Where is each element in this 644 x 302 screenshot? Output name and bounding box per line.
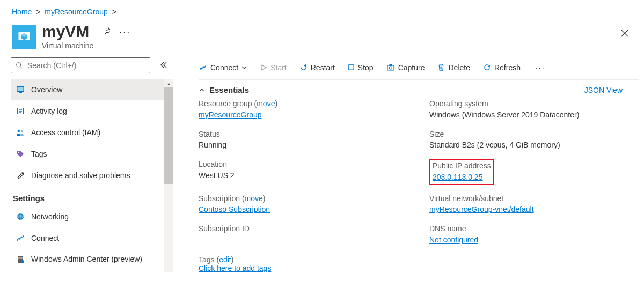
- sidebar-section-settings: Settings: [11, 186, 172, 206]
- tags-label: Tags: [199, 255, 215, 264]
- search-input[interactable]: [23, 58, 150, 73]
- collapse-sidebar-button[interactable]: [159, 61, 167, 71]
- rg-move-link[interactable]: move: [257, 99, 275, 108]
- people-icon: [16, 128, 25, 137]
- svg-point-9: [18, 152, 19, 153]
- sidebar-item-connect[interactable]: Connect: [11, 227, 172, 249]
- field-status: Status Running: [199, 129, 419, 151]
- subid-label: Subscription ID: [199, 224, 419, 234]
- stop-label: Stop: [358, 63, 374, 72]
- dns-value-link[interactable]: Not configured: [429, 235, 478, 244]
- globe-icon: [16, 212, 25, 221]
- status-label: Status: [199, 129, 419, 140]
- rg-label: Resource group: [199, 99, 252, 108]
- capture-label: Capture: [398, 63, 425, 72]
- svg-point-7: [18, 130, 20, 132]
- field-public-ip: Public IP address 203.0.113.0.25: [429, 159, 639, 185]
- capture-button[interactable]: Capture: [386, 63, 425, 72]
- field-subscription: Subscription (move) Contoso Subscription: [199, 194, 419, 216]
- tags-add-link[interactable]: Click here to add tags: [199, 264, 271, 272]
- stop-icon: [348, 64, 355, 71]
- field-tags: Tags (edit) Click here to add tags: [199, 255, 639, 272]
- sidebar-item-access-control[interactable]: Access control (IAM): [11, 122, 172, 143]
- sub-label: Subscription: [199, 194, 240, 203]
- ip-label: Public IP address: [433, 161, 491, 172]
- os-label: Operating system: [429, 99, 639, 109]
- vnet-label: Virtual network/subnet: [429, 194, 639, 204]
- svg-rect-13: [18, 257, 23, 259]
- monitor-icon: [16, 85, 25, 94]
- sidebar-item-wac[interactable]: Windows Admin Center (preview): [11, 249, 172, 270]
- refresh-icon: [483, 63, 491, 71]
- close-button[interactable]: [617, 26, 632, 43]
- sidebar-item-activity-log[interactable]: Activity log: [11, 100, 172, 122]
- sidebar-item-label: Activity log: [31, 107, 67, 115]
- field-location: Location West US 2: [199, 159, 419, 185]
- field-vnet: Virtual network/subnet myResourceGroup-v…: [429, 194, 639, 216]
- toolbar-more-button[interactable]: ···: [533, 63, 547, 72]
- rg-value-link[interactable]: myResourceGroup: [199, 111, 262, 119]
- sidebar-item-overview[interactable]: Overview: [11, 79, 172, 100]
- connect-icon: [16, 234, 25, 242]
- sidebar-scrollbar[interactable]: ▴: [164, 79, 173, 272]
- location-label: Location: [199, 159, 419, 170]
- wrench-icon: [16, 171, 25, 180]
- restart-label: Restart: [311, 63, 335, 72]
- refresh-label: Refresh: [494, 63, 521, 72]
- search-input-wrap[interactable]: [11, 57, 150, 73]
- status-value: Running: [199, 139, 419, 151]
- command-bar: Connect Start Restart Stop Capture D: [199, 57, 639, 80]
- sidebar-item-label: Tags: [31, 150, 47, 158]
- breadcrumb-group[interactable]: myResourceGroup: [45, 8, 108, 16]
- server-icon: [16, 255, 25, 264]
- svg-point-8: [21, 130, 23, 132]
- svg-rect-15: [349, 65, 354, 70]
- field-subscription-id: Subscription ID: [199, 224, 419, 246]
- chevron-up-icon: [199, 87, 205, 93]
- vnet-value-link[interactable]: myResourceGroup-vnet/default: [429, 205, 534, 213]
- svg-rect-4: [19, 92, 22, 93]
- svg-point-14: [21, 260, 24, 263]
- json-view-link[interactable]: JSON View: [584, 86, 623, 94]
- chevron-down-icon: [241, 65, 247, 70]
- restart-button[interactable]: Restart: [299, 63, 335, 72]
- sub-move-link[interactable]: move: [245, 194, 263, 203]
- breadcrumb: Home > myResourceGroup >: [0, 0, 644, 19]
- stop-button[interactable]: Stop: [348, 63, 374, 72]
- capture-icon: [386, 63, 395, 72]
- breadcrumb-home[interactable]: Home: [12, 8, 32, 16]
- field-dns: DNS name Not configured: [429, 224, 639, 246]
- sidebar-item-label: Networking: [31, 212, 69, 221]
- svg-rect-3: [18, 87, 24, 91]
- sidebar-item-label: Overview: [31, 85, 62, 94]
- field-os: Operating system Windows (Windows Server…: [429, 99, 639, 121]
- more-icon[interactable]: ···: [119, 27, 130, 38]
- os-value: Windows (Windows Server 2019 Datacenter): [429, 109, 639, 121]
- tag-icon: [16, 150, 25, 158]
- svg-rect-16: [387, 65, 394, 70]
- start-button[interactable]: Start: [260, 63, 287, 72]
- connect-button[interactable]: Connect: [199, 63, 247, 72]
- start-label: Start: [270, 63, 287, 72]
- ip-value-link[interactable]: 203.0.113.0.25: [433, 173, 482, 181]
- delete-button[interactable]: Delete: [437, 63, 470, 72]
- dns-label: DNS name: [429, 224, 639, 234]
- sub-value-link[interactable]: Contoso Subscription: [199, 205, 270, 213]
- sidebar-item-tags[interactable]: Tags: [11, 143, 172, 165]
- breadcrumb-sep: >: [36, 8, 40, 16]
- sidebar-item-networking[interactable]: Networking: [11, 206, 172, 227]
- essentials-toggle[interactable]: Essentials: [199, 85, 249, 94]
- page-subtitle: Virtual machine: [42, 41, 93, 50]
- location-value: West US 2: [199, 170, 419, 181]
- sidebar-item-diagnose[interactable]: Diagnose and solve problems: [11, 165, 172, 186]
- page-title: myVM: [42, 23, 93, 40]
- pin-icon[interactable]: [103, 27, 112, 38]
- sidebar-item-label: Access control (IAM): [31, 128, 100, 137]
- trash-icon: [437, 63, 445, 71]
- refresh-button[interactable]: Refresh: [483, 63, 521, 72]
- svg-point-17: [389, 67, 392, 69]
- tags-edit-link[interactable]: edit: [219, 255, 231, 264]
- delete-label: Delete: [448, 63, 470, 72]
- connect-icon: [199, 63, 207, 72]
- restart-icon: [299, 63, 308, 71]
